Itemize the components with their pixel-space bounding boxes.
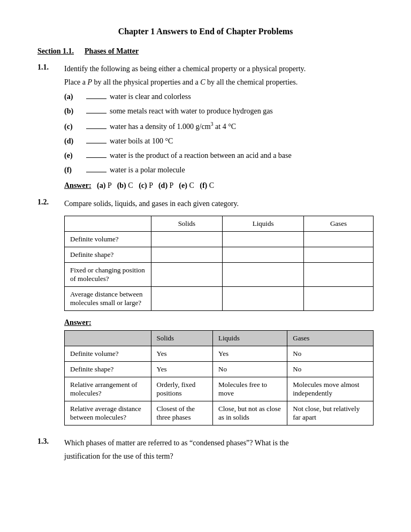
col-header-gases: Gases — [303, 216, 373, 232]
cell-gases-shape: No — [287, 362, 374, 377]
item-a-label: (a) — [64, 91, 83, 102]
problem-1-3-text2: justification for the use of this term? — [64, 451, 374, 462]
answer-table-body: Definite volume? Yes Yes No Definite sha… — [65, 346, 374, 425]
table-row: Solids Liquids Gases — [65, 331, 374, 346]
cell — [223, 263, 304, 287]
item-e-label: (e) — [64, 150, 83, 161]
cell — [223, 287, 304, 311]
row-avg-distance: Average distance between molecules small… — [65, 287, 151, 311]
question-table-container: Solids Liquids Gases Definite volume? — [64, 216, 374, 311]
item-b-label: (b) — [64, 105, 83, 117]
cell-gases-arrangement: Molecules move almost independently — [287, 377, 374, 401]
cell-gases-volume: No — [287, 346, 374, 362]
cell-liquids-distance: Close, but not as close as in solids — [213, 401, 287, 425]
cell — [303, 232, 373, 247]
cell — [223, 247, 304, 263]
answer-text: (a) P (b) C (c) P (d) P (e) C (f) C — [93, 181, 214, 189]
problem-1-3: 1.3. Which phases of matter are referred… — [37, 437, 374, 464]
table-row: Definite volume? — [65, 232, 374, 247]
problem-1-2-number: 1.2. — [37, 198, 64, 429]
table-row: Definite shape? — [65, 247, 374, 263]
problem-1-1-items: (a) water is clear and colorless (b) som… — [64, 91, 374, 176]
col-header-empty — [65, 216, 151, 232]
problem-1-3-content: Which phases of matter are referred to a… — [64, 437, 374, 464]
question-table-body: Definite volume? Definite shape? — [65, 232, 374, 311]
problem-1-3-number: 1.3. — [37, 437, 64, 464]
cell-liquids-shape: No — [213, 362, 287, 377]
col-header-gases: Gases — [287, 331, 374, 346]
item-e-text: water is the product of a reaction betwe… — [110, 150, 292, 161]
cell — [303, 287, 373, 311]
row-relative-distance: Relative average distance between molecu… — [65, 401, 151, 425]
section-topic: Phases of Matter — [85, 47, 139, 56]
item-d-text: water boils at 100 °C — [110, 135, 173, 147]
list-item: (a) water is clear and colorless — [64, 91, 374, 102]
item-b-text: some metals react with water to produce … — [110, 105, 273, 117]
row-fixed-position: Fixed or changing position of molecules? — [65, 263, 151, 287]
item-d-label: (d) — [64, 135, 83, 147]
item-c-text: water has a density of 1.000 g/cm3 at 4 … — [110, 120, 236, 132]
list-item: (f) water is a polar molecule — [64, 164, 374, 176]
cell — [303, 263, 373, 287]
problem-1-1-content: Identify the following as being either a… — [64, 63, 374, 192]
table-row: Relative average distance between molecu… — [65, 401, 374, 425]
cell — [151, 232, 223, 247]
cell-liquids-arrangement: Molecules free to move — [213, 377, 287, 401]
cell — [151, 287, 223, 311]
cell-solids-shape: Yes — [151, 362, 213, 377]
cell-gases-distance: Not close, but relatively far apart — [287, 401, 374, 425]
problem-1-2-content: Compare solids, liquids, and gases in ea… — [64, 198, 374, 429]
answer-section: Answer: Solids Liquids Gases Definite vo… — [64, 318, 374, 425]
cell — [151, 263, 223, 287]
cell-solids-volume: Yes — [151, 346, 213, 362]
item-a-text: water is clear and colorless — [110, 91, 191, 102]
problem-1-1-answer: Answer: (a) P (b) C (c) P (d) P (e) C (f… — [64, 180, 374, 192]
problem-1-1-intro2: Place a P by all the physical properties… — [64, 77, 374, 88]
problem-1-2-text: Compare solids, liquids, and gases in ea… — [64, 198, 374, 209]
col-header-empty — [65, 331, 151, 346]
table-row: Definite shape? Yes No No — [65, 362, 374, 377]
answer-table-head: Solids Liquids Gases — [65, 331, 374, 346]
cell — [223, 232, 304, 247]
row-definite-volume: Definite volume? — [65, 232, 151, 247]
problem-1-1: 1.1. Identify the following as being eit… — [37, 63, 374, 192]
table-row: Fixed or changing position of molecules? — [65, 263, 374, 287]
item-b-blank — [86, 113, 106, 113]
item-f-label: (f) — [64, 164, 83, 176]
row-definite-volume: Definite volume? — [65, 346, 151, 362]
table-row: Average distance between molecules small… — [65, 287, 374, 311]
problem-1-3-text: Which phases of matter are referred to a… — [64, 437, 374, 449]
section-label: Section 1.1. — [37, 47, 74, 56]
list-item: (e) water is the product of a reaction b… — [64, 150, 374, 161]
item-e-blank — [86, 157, 106, 158]
section-header: Section 1.1. Phases of Matter — [37, 47, 374, 56]
cell — [303, 247, 373, 263]
item-d-blank — [86, 143, 106, 143]
chapter-title: Chapter 1 Answers to End of Chapter Prob… — [37, 27, 374, 36]
answer-table-header: Answer: — [64, 318, 374, 327]
problem-1-2: 1.2. Compare solids, liquids, and gases … — [37, 198, 374, 429]
table-row: Definite volume? Yes Yes No — [65, 346, 374, 362]
problem-1-1-number: 1.1. — [37, 63, 64, 192]
item-c-blank — [86, 128, 106, 129]
col-header-liquids: Liquids — [223, 216, 304, 232]
answer-table: Solids Liquids Gases Definite volume? Ye… — [64, 330, 374, 425]
item-c-label: (c) — [64, 121, 83, 132]
problem-1-1-intro1: Identify the following as being either a… — [64, 63, 374, 74]
row-definite-shape: Definite shape? — [65, 362, 151, 377]
cell-liquids-volume: Yes — [213, 346, 287, 362]
list-item: (c) water has a density of 1.000 g/cm3 a… — [64, 120, 374, 132]
item-a-blank — [86, 98, 106, 99]
table-row: Relative arrangement of molecules? Order… — [65, 377, 374, 401]
cell — [151, 247, 223, 263]
cell-solids-distance: Closest of the three phases — [151, 401, 213, 425]
col-header-solids: Solids — [151, 331, 213, 346]
row-definite-shape: Definite shape? — [65, 247, 151, 263]
table-row: Solids Liquids Gases — [65, 216, 374, 232]
cell-solids-arrangement: Orderly, fixed positions — [151, 377, 213, 401]
answer-label: Answer: — [64, 181, 92, 189]
question-table-head: Solids Liquids Gases — [65, 216, 374, 232]
item-f-text: water is a polar molecule — [110, 164, 185, 176]
col-header-solids: Solids — [151, 216, 223, 232]
list-item: (d) water boils at 100 °C — [64, 135, 374, 147]
